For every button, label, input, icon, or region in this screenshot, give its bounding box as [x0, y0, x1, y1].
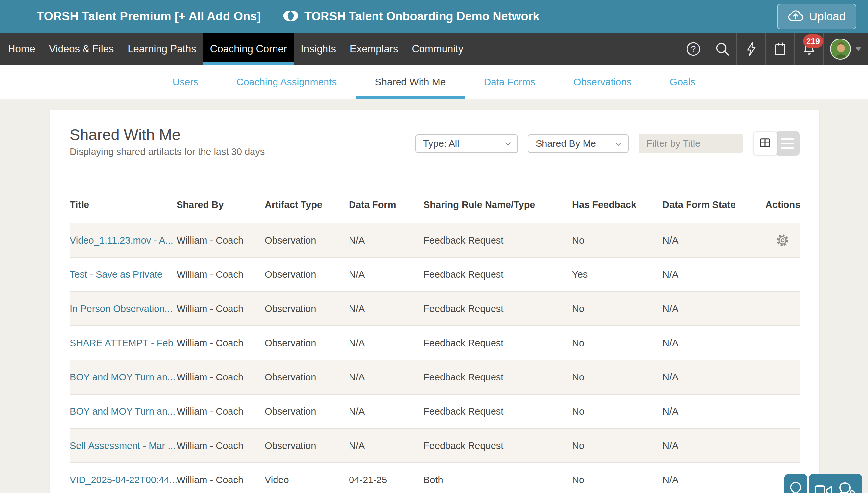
gear-icon[interactable] [776, 233, 790, 247]
cell-has-feedback: No [572, 440, 663, 451]
cell-sharing-rule: Feedback Request [424, 406, 572, 417]
cell-title: SHARE ATTEMPT - Feb ... [70, 338, 177, 348]
tab-coaching-assignments[interactable]: Coaching Assignments [217, 65, 356, 99]
calendar-button[interactable] [766, 33, 794, 65]
cell-title: Test - Save as Private [70, 269, 177, 280]
artifact-title-link[interactable]: BOY and MOY Turn an... [70, 372, 175, 382]
tab-observations[interactable]: Observations [554, 65, 651, 99]
notifications-button[interactable]: 219 [794, 33, 823, 65]
cell-data-form-state: N/A [663, 338, 766, 348]
artifact-title-link[interactable]: SHARE ATTEMPT - Feb ... [70, 338, 177, 348]
nav-item-community[interactable]: Community [405, 33, 470, 65]
cell-has-feedback: No [572, 338, 663, 348]
shared-by-filter-dropdown[interactable]: Shared By Me [528, 134, 629, 153]
torsh-logo-icon [282, 7, 299, 26]
cell-artifact-type: Observation [265, 406, 349, 417]
artifact-title-link[interactable]: Self Assessment - Mar ... [70, 440, 176, 451]
table-row: BOY and MOY Turn an...William - CoachObs… [70, 394, 800, 428]
cell-shared-by: William - Coach [177, 372, 265, 383]
cell-data-form: N/A [349, 338, 424, 348]
type-filter-dropdown[interactable]: Type: All [415, 134, 518, 153]
app-header: TORSH Talent Premium [+ All Add Ons] TOR… [0, 0, 868, 33]
nav-item-coaching-corner[interactable]: Coaching Corner [203, 33, 294, 65]
artifact-title-link[interactable]: In Person Observation... [70, 303, 173, 314]
table-row: VID_2025-04-22T00:44...William - CoachVi… [70, 463, 800, 493]
cell-data-form-state: N/A [663, 440, 766, 451]
tab-shared-with-me[interactable]: Shared With Me [356, 65, 464, 99]
cell-artifact-type: Observation [265, 235, 349, 246]
search-button[interactable] [708, 33, 736, 65]
product-title: TORSH Talent Premium [+ All Add Ons] [37, 9, 261, 23]
table-row: Test - Save as PrivateWilliam - CoachObs… [70, 257, 800, 291]
cell-shared-by: William - Coach [177, 406, 265, 417]
quick-actions-button[interactable] [736, 33, 766, 65]
cell-actions [766, 233, 800, 247]
cell-data-form-state: N/A [663, 303, 766, 314]
artifact-title-link[interactable]: BOY and MOY Turn an... [70, 406, 175, 417]
cell-sharing-rule: Both [424, 475, 572, 486]
cell-sharing-rule: Feedback Request [424, 269, 572, 280]
tab-goals[interactable]: Goals [651, 65, 714, 99]
lightning-icon [744, 41, 759, 57]
coaching-corner-subnav: Users Coaching Assignments Shared With M… [0, 65, 868, 99]
notification-badge: 219 [803, 34, 823, 48]
video-camera-icon [814, 481, 834, 493]
artifact-title-link[interactable]: VID_2025-04-22T00:44... [70, 475, 177, 485]
cell-data-form: N/A [349, 269, 424, 280]
nav-item-videos-files[interactable]: Videos & Files [42, 33, 121, 65]
cell-data-form-state: N/A [663, 475, 766, 486]
cell-artifact-type: Observation [265, 338, 349, 348]
help-button[interactable]: ? [679, 33, 708, 65]
network-name: TORSH Talent Onboarding Demo Network [304, 9, 540, 23]
cell-shared-by: William - Coach [177, 440, 265, 451]
grid-view-button[interactable] [753, 131, 777, 156]
shared-by-filter-value: Shared By Me [535, 138, 596, 149]
tab-data-forms[interactable]: Data Forms [464, 65, 554, 99]
nav-item-insights[interactable]: Insights [294, 33, 343, 65]
nav-item-exemplars[interactable]: Exemplars [343, 33, 405, 65]
nav-item-home[interactable]: Home [1, 33, 42, 65]
column-header-actions: Actions [766, 199, 800, 210]
cell-shared-by: William - Coach [177, 269, 265, 280]
lightbulb-icon [788, 480, 803, 493]
cell-title: BOY and MOY Turn an... [70, 406, 177, 417]
table-row: In Person Observation...William - CoachO… [70, 291, 800, 325]
cell-sharing-rule: Feedback Request [424, 235, 572, 246]
cell-data-form-state: N/A [663, 406, 766, 417]
grid-view-icon [758, 136, 772, 151]
cell-has-feedback: No [572, 475, 663, 486]
nav-item-learning-paths[interactable]: Learning Paths [121, 33, 203, 65]
network-group: TORSH Talent Onboarding Demo Network [282, 7, 540, 26]
cell-has-feedback: Yes [572, 269, 663, 280]
column-header-sharing-rule: Sharing Rule Name/Type [424, 199, 572, 210]
artifact-title-link[interactable]: Test - Save as Private [70, 269, 162, 280]
help-tips-button[interactable] [784, 474, 807, 493]
cell-data-form: N/A [349, 406, 424, 417]
cell-data-form: N/A [349, 440, 424, 451]
cell-has-feedback: No [572, 406, 663, 417]
cell-data-form-state: N/A [663, 235, 766, 246]
column-header-data-form: Data Form [349, 199, 424, 210]
cell-shared-by: William - Coach [177, 303, 265, 314]
shared-with-me-card: Shared With Me Displaying shared artifac… [50, 110, 819, 493]
cell-artifact-type: Observation [265, 372, 349, 383]
cell-has-feedback: No [572, 303, 663, 314]
type-filter-value: Type: All [423, 138, 459, 149]
account-menu-button[interactable] [823, 33, 868, 65]
nav-icon-bar: ? [679, 33, 868, 65]
artifact-title-link[interactable]: Video_1.11.23.mov - A... [70, 235, 173, 245]
chevron-down-icon [855, 47, 862, 51]
table-row: Self Assessment - Mar ...William - Coach… [70, 428, 800, 463]
list-view-button[interactable] [775, 131, 800, 156]
svg-text:?: ? [691, 44, 696, 54]
cell-artifact-type: Observation [265, 440, 349, 451]
meet-chat-button[interactable] [809, 474, 862, 493]
upload-button[interactable]: Upload [777, 4, 856, 29]
cell-title: BOY and MOY Turn an... [70, 372, 177, 383]
filter-by-title-input[interactable] [639, 134, 743, 153]
cell-shared-by: William - Coach [177, 338, 265, 348]
filter-bar: Type: All Shared By Me [415, 131, 800, 156]
calendar-icon [773, 41, 788, 57]
tab-users[interactable]: Users [154, 65, 217, 99]
column-header-has-feedback: Has Feedback [572, 199, 663, 210]
